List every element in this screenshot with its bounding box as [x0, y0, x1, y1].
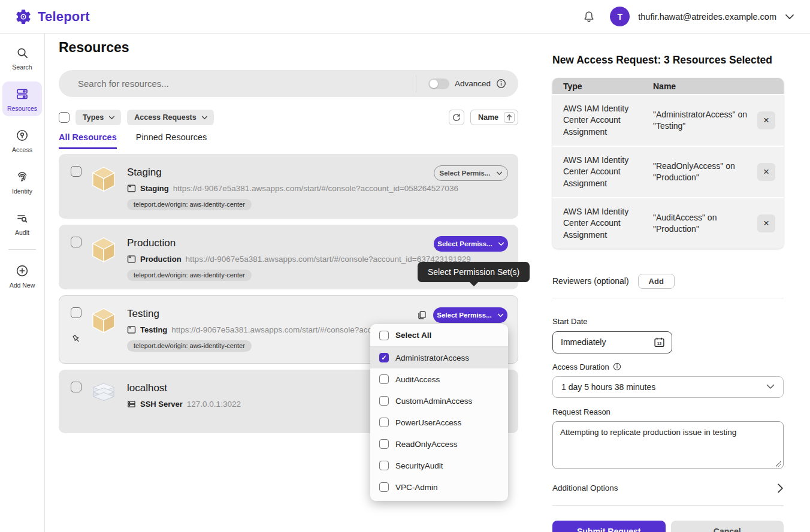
resource-name: Staging [127, 167, 458, 179]
add-reviewer-button[interactable]: Add [638, 274, 675, 289]
resource-tag[interactable]: teleport.dev/origin: aws-identity-center [127, 270, 252, 281]
resource-tag[interactable]: teleport.dev/origin: aws-identity-center [127, 199, 252, 210]
refresh-button[interactable] [449, 110, 464, 125]
divider [552, 505, 784, 506]
additional-options-toggle[interactable]: Additional Options [552, 483, 784, 494]
access-requests-filter-button[interactable]: Access Requests [127, 110, 214, 125]
submit-request-button[interactable]: Submit Request [552, 521, 666, 532]
select-all-resources-checkbox[interactable] [59, 112, 69, 123]
sidebar-item-audit[interactable]: Audit [2, 205, 42, 240]
resource-tag[interactable]: teleport.dev/origin: aws-identity-center [127, 340, 252, 352]
pin-icon[interactable] [71, 334, 81, 344]
request-reason-textarea[interactable]: Attempting to replicate production issue… [552, 421, 784, 469]
chevron-down-icon [108, 116, 115, 120]
perm-option-auditaccess[interactable]: AuditAccess [370, 368, 508, 390]
remove-resource-button[interactable]: × [757, 214, 775, 232]
resource-kind: Testing [140, 325, 167, 334]
cancel-button[interactable]: Cancel [671, 521, 784, 532]
topbar: Teleport T thufir.hawat@atreides.example… [0, 0, 810, 34]
checkbox-unchecked[interactable] [379, 418, 389, 427]
resource-checkbox[interactable] [71, 307, 81, 318]
resource-card-staging[interactable]: Staging Staging https://d-9067e5a381.aws… [59, 154, 518, 219]
sidebar: Search Resources Access Identity [0, 34, 45, 532]
sidebar-item-add-new[interactable]: Add New [2, 258, 42, 293]
remove-resource-button[interactable]: × [757, 163, 775, 181]
chevron-right-icon [777, 483, 784, 494]
teleport-logo[interactable]: Teleport [14, 8, 90, 26]
request-panel-title: New Access Request: 3 Resources Selected [552, 54, 784, 66]
resource-name: Production [127, 237, 471, 249]
info-icon[interactable] [496, 78, 506, 89]
avatar: T [610, 7, 630, 26]
start-date-label: Start Date [552, 317, 784, 326]
start-date-input[interactable]: Immediately 12 [552, 331, 672, 353]
resize-handle[interactable] [775, 461, 781, 467]
access-duration-select[interactable]: 1 day 5 hours 38 minutes [552, 376, 784, 398]
add-plus-icon [15, 264, 29, 278]
sidebar-item-access[interactable]: Access [2, 123, 42, 158]
perm-option-poweruseraccess[interactable]: PowerUserAccess [370, 412, 508, 433]
table-row: AWS IAM Identity Center Account Assignme… [552, 94, 784, 146]
reviewers-label: Reviewers (optional) [552, 276, 629, 286]
select-permissions-button[interactable]: Select Permis... [434, 165, 508, 181]
remove-resource-button[interactable]: × [757, 111, 775, 129]
perm-option-readonlyaccess[interactable]: ReadOnlyAccess [370, 433, 508, 455]
resource-checkbox[interactable] [71, 382, 81, 392]
perm-option-select-all[interactable]: Select All [370, 324, 508, 347]
table-row: AWS IAM Identity Center Account Assignme… [552, 197, 784, 249]
resource-tabs: All Resources Pinned Resources [59, 132, 207, 149]
perm-option-administratoraccess[interactable]: ✓ AdministratorAccess [370, 347, 508, 368]
selected-resources-table: Type Name AWS IAM Identity Center Accoun… [552, 78, 784, 249]
teleport-gear-icon [14, 8, 32, 26]
checkbox-unchecked[interactable] [379, 461, 389, 470]
select-permissions-button[interactable]: Select Permiss... [433, 307, 507, 323]
app-window-icon [127, 184, 136, 193]
chevron-down-icon [766, 384, 775, 389]
sidebar-item-search[interactable]: Search [2, 41, 42, 75]
checkbox-unchecked[interactable] [379, 439, 389, 449]
select-permission-tooltip: Select Permission Set(s) [418, 262, 530, 282]
select-permissions-button[interactable]: Select Permiss... [434, 236, 508, 252]
filter-toolbar: Types Access Requests Name [59, 110, 518, 125]
identity-fingerprint-icon [15, 170, 29, 184]
checkbox-unchecked[interactable] [379, 331, 389, 340]
advanced-toggle[interactable] [428, 78, 449, 89]
perm-option-customadminaccess[interactable]: CustomAdminAccess [370, 390, 508, 412]
sidebar-item-resources[interactable]: Resources [2, 81, 42, 116]
resource-search-bar: Advanced [59, 70, 518, 97]
tab-all-resources[interactable]: All Resources [59, 132, 117, 149]
chevron-down-icon [497, 313, 504, 318]
sidebar-item-identity[interactable]: Identity [2, 164, 42, 199]
ssh-server-icon [127, 400, 136, 409]
advanced-search-section: Advanced [416, 75, 518, 92]
app-window-icon [127, 325, 136, 334]
resource-checkbox[interactable] [71, 237, 81, 247]
search-input[interactable] [59, 70, 416, 97]
user-email: thufir.hawat@atreides.example.com [638, 12, 776, 22]
info-icon[interactable] [613, 362, 621, 371]
chevron-down-icon [201, 116, 208, 120]
copy-icon[interactable] [417, 310, 427, 320]
checkbox-unchecked[interactable] [379, 396, 389, 406]
perm-option-vpc-admin[interactable]: VPC-Admin [370, 476, 508, 498]
notifications-bell-icon[interactable] [581, 9, 597, 25]
checkbox-checked[interactable]: ✓ [379, 353, 389, 362]
resource-kind: SSH Server [140, 400, 183, 409]
tab-pinned-resources[interactable]: Pinned Resources [136, 132, 207, 149]
resource-checkbox[interactable] [71, 166, 81, 177]
resource-name: localhost [127, 382, 241, 394]
resource-url: https://d-9067e5a381.awsapps.com/start/#… [173, 184, 458, 193]
sort-by-name-button[interactable]: Name [470, 110, 518, 125]
types-filter-button[interactable]: Types [75, 110, 121, 125]
user-menu[interactable]: T thufir.hawat@atreides.example.com [610, 7, 794, 26]
sort-asc-icon [504, 112, 515, 123]
chevron-down-icon [496, 171, 503, 176]
page-title: Resources [59, 40, 129, 56]
table-row: AWS IAM Identity Center Account Assignme… [552, 146, 784, 197]
perm-option-securityaudit[interactable]: SecurityAudit [370, 455, 508, 476]
checkbox-unchecked[interactable] [379, 374, 389, 384]
refresh-icon [452, 113, 461, 122]
chevron-down-icon [498, 242, 504, 246]
checkbox-unchecked[interactable] [379, 482, 389, 492]
access-icon [15, 128, 29, 143]
